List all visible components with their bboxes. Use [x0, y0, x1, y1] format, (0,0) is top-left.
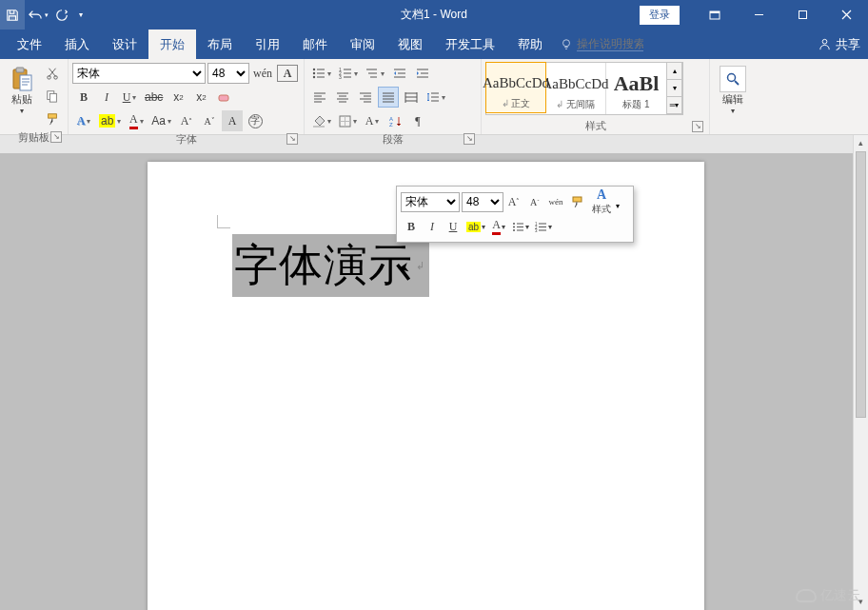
- mini-font-color-button[interactable]: A▾: [489, 216, 508, 237]
- style-normal[interactable]: AaBbCcDd↲ 正文: [485, 62, 546, 113]
- scroll-up-button[interactable]: ▴: [854, 135, 868, 151]
- tab-design[interactable]: 设计: [101, 30, 148, 59]
- mini-bold-button[interactable]: B: [402, 216, 421, 237]
- mini-numbering-button[interactable]: 123▾: [533, 216, 554, 237]
- find-button[interactable]: 编辑▾: [714, 62, 752, 119]
- mini-underline-button[interactable]: U: [444, 216, 463, 237]
- align-left-button[interactable]: [309, 87, 330, 108]
- clear-formatting-button[interactable]: [213, 87, 234, 108]
- tab-home[interactable]: 开始: [148, 30, 196, 59]
- style-no-spacing[interactable]: AaBbCcDd↲ 无间隔: [545, 63, 606, 114]
- mini-grow-font-button[interactable]: A˄: [504, 191, 523, 212]
- maximize-button[interactable]: [780, 0, 824, 30]
- tab-layout[interactable]: 布局: [196, 30, 244, 59]
- shading-button[interactable]: ▾: [309, 110, 334, 131]
- mini-phonetic-button[interactable]: wén: [546, 191, 565, 212]
- mini-shrink-font-button[interactable]: A˅: [525, 191, 544, 212]
- font-name-combo[interactable]: 宋体: [72, 63, 206, 84]
- format-painter-button[interactable]: [42, 108, 63, 129]
- login-button[interactable]: 登录: [640, 6, 680, 25]
- decrease-indent-button[interactable]: [389, 63, 410, 84]
- close-button[interactable]: [824, 0, 868, 30]
- tell-me-input[interactable]: [577, 37, 643, 51]
- scroll-down-button[interactable]: ▾: [854, 594, 868, 610]
- mini-font-size-combo[interactable]: 48: [462, 192, 503, 212]
- styles-gallery[interactable]: AaBbCcDd↲ 正文 AaBbCcDd↲ 无间隔 AaBl标题 1 ▴ ▾ …: [485, 62, 683, 115]
- grow-font-button[interactable]: A˄: [176, 110, 197, 131]
- lightbulb-icon: [560, 38, 573, 51]
- align-center-button[interactable]: [332, 87, 353, 108]
- tab-review[interactable]: 审阅: [339, 30, 386, 59]
- tab-view[interactable]: 视图: [386, 30, 434, 59]
- margin-indicator: [217, 215, 230, 228]
- borders-button[interactable]: ▾: [336, 110, 360, 131]
- font-color-button[interactable]: A▾: [126, 110, 147, 131]
- minimize-button[interactable]: [737, 0, 780, 30]
- tab-help[interactable]: 帮助: [506, 30, 554, 59]
- strikethrough-button[interactable]: abc: [142, 87, 166, 108]
- increase-indent-button[interactable]: [412, 63, 433, 84]
- mini-format-painter-button[interactable]: [567, 191, 586, 212]
- styles-scroll-down[interactable]: ▾: [666, 79, 682, 97]
- cut-button[interactable]: [42, 63, 63, 84]
- tab-mailings[interactable]: 邮件: [291, 30, 339, 59]
- group-clipboard-label: 剪贴板: [18, 130, 49, 145]
- mini-bullets-button[interactable]: ▾: [510, 216, 531, 237]
- asian-layout-button[interactable]: A▾: [362, 110, 383, 131]
- subscript-button[interactable]: x2: [168, 87, 188, 108]
- italic-button[interactable]: I: [96, 87, 117, 108]
- font-dialog-launcher[interactable]: ↘: [286, 133, 298, 145]
- svg-text:3: 3: [535, 228, 538, 232]
- text-effects-button[interactable]: A▾: [73, 110, 94, 131]
- character-shading-button[interactable]: A: [222, 110, 243, 131]
- styles-dialog-launcher[interactable]: ↘: [692, 121, 703, 132]
- multilevel-list-button[interactable]: ▾: [363, 63, 387, 84]
- scroll-thumb[interactable]: [856, 151, 866, 418]
- tell-me-search[interactable]: [560, 30, 643, 59]
- character-border-button[interactable]: A: [277, 65, 298, 82]
- customize-qat-button[interactable]: ▾: [74, 0, 88, 30]
- tab-developer[interactable]: 开发工具: [434, 30, 506, 59]
- justify-button[interactable]: [378, 87, 399, 108]
- tab-references[interactable]: 引用: [244, 30, 291, 59]
- mini-styles-button[interactable]: A样式: [588, 185, 615, 219]
- selected-text[interactable]: 字体演示↲: [232, 234, 429, 297]
- styles-more-button[interactable]: ═▾: [666, 96, 682, 114]
- share-button[interactable]: 共享: [818, 30, 860, 59]
- save-button[interactable]: [0, 0, 25, 30]
- vertical-scrollbar[interactable]: ▴ ▾: [853, 135, 868, 610]
- styles-scroll-up[interactable]: ▴: [666, 62, 682, 80]
- highlight-button[interactable]: ab▾: [96, 110, 124, 131]
- show-hide-button[interactable]: ¶: [407, 110, 428, 131]
- undo-button[interactable]: ▾: [25, 0, 49, 30]
- svg-rect-12: [49, 114, 57, 118]
- clipboard-dialog-launcher[interactable]: ↘: [50, 131, 62, 143]
- tab-file[interactable]: 文件: [6, 30, 53, 59]
- bullets-button[interactable]: ▾: [309, 63, 334, 84]
- enclose-characters-button[interactable]: 字: [245, 110, 266, 131]
- font-size-combo[interactable]: 48: [207, 63, 249, 84]
- line-spacing-button[interactable]: ▾: [424, 87, 448, 108]
- numbering-button[interactable]: 123▾: [336, 63, 361, 84]
- shrink-font-button[interactable]: A˅: [199, 110, 220, 131]
- paragraph-dialog-launcher[interactable]: ↘: [464, 133, 475, 145]
- style-heading1[interactable]: AaBl标题 1: [606, 63, 667, 114]
- mini-font-name-combo[interactable]: 宋体: [401, 192, 460, 212]
- align-right-button[interactable]: [355, 87, 376, 108]
- superscript-button[interactable]: x2: [190, 87, 211, 108]
- phonetic-guide-button[interactable]: wén: [250, 63, 275, 84]
- bold-button[interactable]: B: [73, 87, 94, 108]
- redo-button[interactable]: [49, 0, 74, 30]
- ribbon-display-options-button[interactable]: [693, 0, 737, 30]
- svg-point-25: [513, 223, 515, 225]
- sort-button[interactable]: AZ: [385, 110, 405, 131]
- numbering-icon: 123: [339, 68, 352, 79]
- tab-insert[interactable]: 插入: [53, 30, 101, 59]
- underline-button[interactable]: U▾: [119, 87, 140, 108]
- copy-button[interactable]: [42, 86, 63, 107]
- mini-highlight-button[interactable]: ab▾: [464, 216, 487, 237]
- mini-italic-button[interactable]: I: [423, 216, 442, 237]
- change-case-button[interactable]: Aa▾: [148, 110, 174, 131]
- distributed-button[interactable]: [401, 87, 422, 108]
- paste-button[interactable]: 粘贴▾: [4, 62, 39, 119]
